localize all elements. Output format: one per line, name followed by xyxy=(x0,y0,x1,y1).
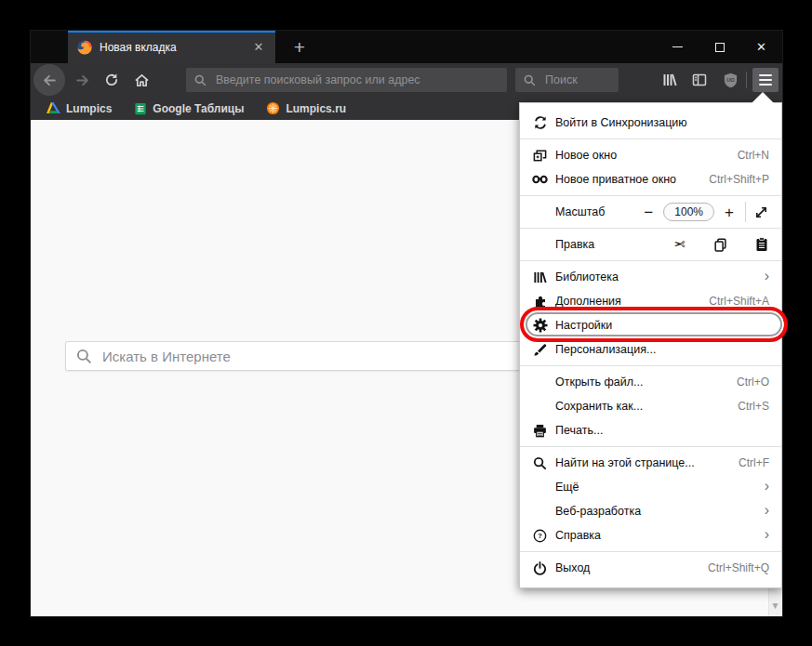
menu-item-label: Новое окно xyxy=(555,149,738,162)
toolbar-separator xyxy=(746,72,747,88)
zoom-separator xyxy=(745,202,746,222)
menu-item-customize[interactable]: Персонализация... xyxy=(520,337,781,362)
menu-item-quit[interactable]: Выход Ctrl+Shift+Q xyxy=(520,556,781,580)
svg-text:UO: UO xyxy=(726,77,735,83)
menu-item-new-private-window[interactable]: Новое приватное окно Ctrl+Shift+P xyxy=(520,167,781,191)
menu-item-find[interactable]: Найти на этой странице... Ctrl+F xyxy=(520,451,781,475)
puzzle-icon xyxy=(532,294,548,310)
edit-label: Правка xyxy=(555,238,646,251)
menu-item-help[interactable]: ? Справка › xyxy=(520,523,781,547)
bookmark-lumpics[interactable]: Lumpics xyxy=(44,99,114,118)
private-mask-icon xyxy=(532,172,548,188)
tab-new-tab[interactable]: Новая вкладка ✕ xyxy=(68,31,275,63)
home-button[interactable] xyxy=(127,63,155,97)
bookmark-google-sheets[interactable]: Google Таблицы xyxy=(131,99,246,118)
search-icon xyxy=(194,74,206,86)
power-icon xyxy=(532,560,548,576)
menu-separator xyxy=(520,446,781,447)
desktop: Новая вкладка ✕ + ✕ xyxy=(0,0,812,646)
menu-separator xyxy=(520,260,781,261)
menu-item-library[interactable]: Библиотека › xyxy=(520,265,781,289)
menu-item-label: Веб-разработка xyxy=(555,505,765,518)
hamburger-icon xyxy=(759,74,772,76)
library-button[interactable] xyxy=(656,63,684,97)
menu-item-web-development[interactable]: Веб-разработка › xyxy=(520,499,781,523)
new-tab-button[interactable]: + xyxy=(284,31,315,63)
shortcut: Ctrl+Shift+A xyxy=(709,295,769,308)
find-icon xyxy=(532,455,548,471)
menu-item-addons[interactable]: Дополнения Ctrl+Shift+A xyxy=(520,289,781,313)
menu-item-more[interactable]: Ещё › xyxy=(520,475,781,499)
hamburger-menu-button[interactable] xyxy=(752,68,779,92)
chevron-right-icon: › xyxy=(765,269,769,283)
google-sheets-icon xyxy=(134,102,147,115)
menu-item-label: Печать... xyxy=(555,424,769,437)
zoom-in-button[interactable]: + xyxy=(721,204,738,220)
shortcut: Ctrl+O xyxy=(737,376,769,389)
reload-button[interactable] xyxy=(99,63,125,97)
minimize-icon xyxy=(672,46,683,47)
copy-icon xyxy=(713,238,727,252)
tab-strip: Новая вкладка ✕ + ✕ xyxy=(31,31,782,63)
bookmark-label: Lumpics.ru xyxy=(286,102,346,115)
window-controls: ✕ xyxy=(657,31,782,63)
menu-item-sync[interactable]: Войти в Синхронизацию xyxy=(520,111,781,135)
bookmark-label: Lumpics xyxy=(66,102,112,115)
cut-icon: ✂ xyxy=(673,236,686,253)
menu-separator xyxy=(520,551,781,552)
library-icon xyxy=(532,270,548,285)
help-icon: ? xyxy=(532,528,548,544)
menu-item-print[interactable]: Печать... xyxy=(520,418,781,442)
navigation-toolbar: UO xyxy=(31,63,782,97)
address-bar[interactable] xyxy=(186,68,507,92)
menu-item-label: Дополнения xyxy=(555,295,709,308)
menu-notch xyxy=(752,92,774,103)
scroll-down-icon[interactable]: ▼ xyxy=(768,600,782,611)
search-bar[interactable] xyxy=(515,68,619,92)
cut-button[interactable]: ✂ xyxy=(672,237,687,253)
application-menu: Войти в Синхронизацию Новое окно Ctrl+N … xyxy=(519,102,782,588)
gear-icon xyxy=(532,318,548,334)
svg-text:?: ? xyxy=(538,532,542,540)
new-window-icon xyxy=(532,148,548,164)
minimize-button[interactable] xyxy=(657,31,699,63)
menu-item-label: Настройки xyxy=(555,319,769,332)
menu-item-label: Библиотека xyxy=(555,270,765,283)
address-input[interactable] xyxy=(214,73,499,87)
google-drive-icon xyxy=(47,102,60,114)
sync-icon xyxy=(532,115,548,131)
close-button[interactable]: ✕ xyxy=(740,31,782,63)
forward-button[interactable] xyxy=(70,63,94,97)
chevron-right-icon: › xyxy=(765,479,769,494)
forward-arrow-icon xyxy=(74,73,90,88)
library-icon xyxy=(662,73,677,87)
chevron-right-icon: › xyxy=(765,503,769,518)
bookmark-lumpics-ru[interactable]: Lumpics.ru xyxy=(263,99,349,118)
search-icon xyxy=(76,349,92,364)
menu-item-label: Выход xyxy=(555,561,708,574)
fullscreen-button[interactable] xyxy=(753,204,769,220)
printer-icon xyxy=(532,423,548,439)
menu-row-zoom: Масштаб − 100% + xyxy=(520,200,781,224)
zoom-out-button[interactable]: − xyxy=(640,204,657,220)
search-input[interactable] xyxy=(543,73,610,87)
shortcut: Ctrl+N xyxy=(738,149,769,162)
sidebar-button[interactable] xyxy=(686,63,713,97)
close-icon: ✕ xyxy=(756,40,766,54)
back-button[interactable] xyxy=(33,64,65,96)
menu-item-settings[interactable]: Настройки xyxy=(520,313,781,337)
menu-item-label: Найти на этой странице... xyxy=(555,456,739,469)
copy-button[interactable] xyxy=(712,237,728,253)
tab-close-icon[interactable]: ✕ xyxy=(249,38,268,57)
menu-separator xyxy=(520,365,781,366)
ublock-origin-button[interactable]: UO xyxy=(716,63,744,97)
tab-title: Новая вкладка xyxy=(100,41,249,54)
maximize-button[interactable] xyxy=(699,31,740,63)
menu-item-label: Новое приватное окно xyxy=(555,173,709,186)
menu-item-new-window[interactable]: Новое окно Ctrl+N xyxy=(520,143,781,167)
menu-item-open-file[interactable]: Открыть файл... Ctrl+O xyxy=(520,370,781,394)
firefox-logo-icon xyxy=(77,40,92,55)
menu-item-save-as[interactable]: Сохранить как... Ctrl+S xyxy=(520,394,781,418)
paste-button[interactable] xyxy=(753,237,769,253)
zoom-level-button[interactable]: 100% xyxy=(663,203,714,221)
